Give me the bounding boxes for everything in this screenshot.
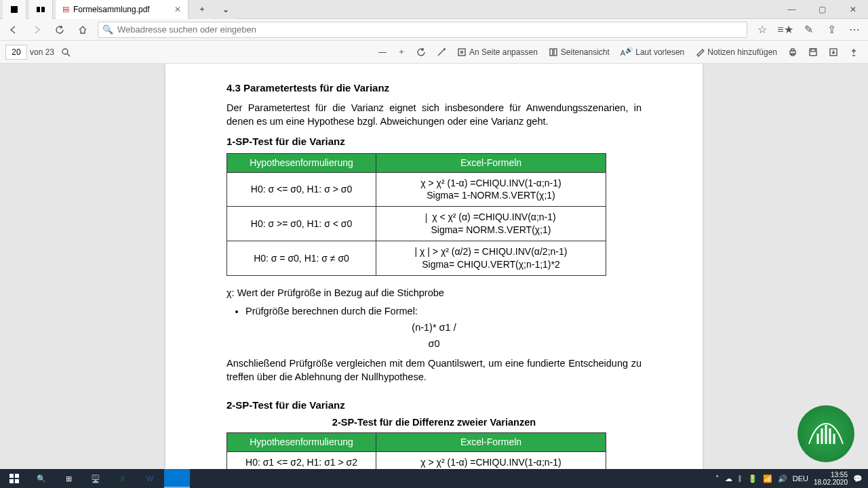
taskbar-app-excel[interactable]: X xyxy=(110,469,136,488)
pdf-viewer[interactable]: 4.3 Parametertests für die Varianz Der P… xyxy=(0,64,868,469)
zoom-in-button[interactable]: ＋ xyxy=(393,43,410,60)
find-button[interactable] xyxy=(57,45,75,60)
closing-text: Anschließend Prüfgröße vergleichen mit d… xyxy=(226,357,642,384)
address-bar[interactable]: 🔍 xyxy=(98,22,747,38)
back-button[interactable] xyxy=(5,22,22,38)
svg-rect-20 xyxy=(9,479,14,483)
th-hypothesis: Hypothesenformulierung xyxy=(227,433,376,452)
page-view-label: Seitenansicht xyxy=(561,47,610,57)
formula-line-2: σ0 xyxy=(226,338,642,351)
svg-rect-6 xyxy=(554,49,557,56)
save-as-button[interactable] xyxy=(825,45,842,60)
tab-title: Formelsammlung.pdf xyxy=(73,5,150,14)
bullet-list: Prüfgröße berechnen durch die Formel: xyxy=(226,305,642,319)
cell: H0: σ1 <= σ2, H1: σ1 > σ2 xyxy=(227,451,376,469)
svg-rect-8 xyxy=(791,49,794,51)
watermark-badge xyxy=(797,405,854,462)
tray-notifications-icon[interactable]: 💬 xyxy=(853,474,863,483)
read-aloud-button[interactable]: A🔊Laut vorlesen xyxy=(616,44,688,60)
chi-note: χ: Wert der Prüfgröße in Bezug auf die S… xyxy=(226,287,642,300)
zoom-out-button[interactable]: — xyxy=(374,45,391,60)
page-number-input[interactable] xyxy=(5,45,27,60)
task-view-button[interactable]: ⊞ xyxy=(56,469,81,488)
favorites-list-button[interactable]: ≡★ xyxy=(777,22,793,38)
read-aloud-label: Laut vorlesen xyxy=(635,47,684,57)
taskbar-app-edge[interactable] xyxy=(164,469,190,488)
print-button[interactable] xyxy=(784,45,802,60)
table-row: H0: σ = σ0, H1: σ ≠ σ0 | χ | > χ² (α/2) … xyxy=(227,241,606,276)
save-button[interactable] xyxy=(804,45,822,60)
text-cursor xyxy=(426,214,427,223)
search-icon: 🔍 xyxy=(102,24,113,35)
taskbar-clock[interactable]: 13:55 18.02.2020 xyxy=(814,471,848,486)
tray-battery-icon[interactable]: 🔋 xyxy=(748,474,757,483)
tray-volume-icon[interactable]: 🔊 xyxy=(778,474,787,483)
th-excel: Excel-Formeln xyxy=(376,433,606,452)
tray-bluetooth-icon[interactable]: ᛒ xyxy=(738,474,743,483)
add-notes-label: Notizen hinzufügen xyxy=(707,47,777,57)
pin-toolbar-button[interactable] xyxy=(845,45,863,60)
cell: H0: σ <= σ0, H1: σ > σ0 xyxy=(227,172,376,207)
draw-button[interactable] xyxy=(433,45,450,60)
browser-tab-active[interactable]: ▤ Formelsammlung.pdf ✕ xyxy=(56,0,189,19)
fit-page-button[interactable]: An Seite anpassen xyxy=(453,45,542,60)
search-taskbar-button[interactable]: 🔍 xyxy=(28,469,54,488)
address-input[interactable] xyxy=(117,24,743,35)
clock-time: 13:55 xyxy=(814,471,848,479)
cell: χ > χ² (1-α) =CHIQU.INV(1-α;n-1) xyxy=(376,451,606,469)
cell: H0: σ = σ0, H1: σ ≠ σ0 xyxy=(227,241,376,276)
window-titlebar: ▤ Formelsammlung.pdf ✕ ＋ ⌄ — ▢ ✕ xyxy=(0,0,868,19)
new-tab-button[interactable]: ＋ xyxy=(191,0,213,19)
svg-rect-19 xyxy=(15,474,19,478)
clock-date: 18.02.2020 xyxy=(814,479,848,486)
tab-set-aside[interactable] xyxy=(3,0,26,19)
svg-rect-5 xyxy=(550,49,553,56)
formula-line-1: (n-1)* σ1 / xyxy=(226,321,642,335)
sp1-heading: 1-SP-Test für die Varianz xyxy=(226,135,642,148)
svg-rect-0 xyxy=(11,6,18,13)
favorite-button[interactable]: ☆ xyxy=(754,22,770,38)
svg-rect-2 xyxy=(41,7,45,12)
more-button[interactable]: ⋯ xyxy=(846,22,863,38)
table-row: H0: σ1 <= σ2, H1: σ1 > σ2 χ > χ² (1-α) =… xyxy=(227,451,606,469)
sp2-subheading: 2-SP-Test für die Differenz zweier Varia… xyxy=(226,416,642,430)
page-view-button[interactable]: Seitenansicht xyxy=(545,45,614,60)
svg-rect-1 xyxy=(37,7,40,12)
cell-line: χ < χ² (α) =CHIQU.INV(α;n-1) xyxy=(432,211,556,222)
close-tab-icon[interactable]: ✕ xyxy=(174,5,181,14)
taskbar-app-1[interactable]: 🖥️ xyxy=(83,469,108,488)
forward-button[interactable] xyxy=(28,22,45,38)
pdf-toolbar: von 23 — ＋ An Seite anpassen Seitenansic… xyxy=(0,41,868,64)
tray-wifi-icon[interactable]: 📶 xyxy=(763,474,772,483)
refresh-button[interactable] xyxy=(52,22,68,38)
tray-chevron-icon[interactable]: ˄ xyxy=(715,474,719,483)
rotate-button[interactable] xyxy=(412,45,430,60)
table-row: H0: σ >= σ0, H1: σ < σ0 χ < χ² (α) =CHIQ… xyxy=(227,207,606,241)
share-button[interactable]: ⇪ xyxy=(823,22,840,38)
tab-overflow[interactable]: ⌄ xyxy=(216,0,236,19)
tab-show-tabs[interactable] xyxy=(29,0,53,19)
cell-line: Sigma= 1-NORM.S.VERT(χ;1) xyxy=(380,189,601,202)
add-notes-button[interactable]: Notizen hinzufügen xyxy=(691,45,781,60)
window-close[interactable]: ✕ xyxy=(837,0,868,19)
window-minimize[interactable]: — xyxy=(776,0,807,19)
cell: χ < χ² (α) =CHIQU.INV(α;n-1) Sigma= NORM… xyxy=(376,207,606,241)
tray-onedrive-icon[interactable]: ☁ xyxy=(725,474,732,483)
page-count-label: von 23 xyxy=(30,47,54,57)
svg-rect-21 xyxy=(15,479,19,483)
cell-line: χ > χ² (1-α) =CHIQU.INV(1-α;n-1) xyxy=(380,177,601,190)
tray-language[interactable]: DEU xyxy=(793,474,808,483)
variance-test-table: Hypothesenformulierung Excel-Formeln H0:… xyxy=(226,153,606,276)
cell: | χ | > χ² (α/2) = CHIQU.INV(α/2;n-1) Si… xyxy=(376,241,606,276)
section-heading: 4.3 Parametertests für die Varianz xyxy=(226,81,642,95)
th-hypothesis: Hypothesenformulierung xyxy=(227,153,376,172)
taskbar-app-word[interactable]: W xyxy=(137,469,163,488)
home-button[interactable] xyxy=(75,22,91,38)
windows-taskbar: 🔍 ⊞ 🖥️ X W ˄ ☁ ᛒ 🔋 📶 🔊 DEU 13:55 18.02.2… xyxy=(0,469,868,488)
variance-test-table-2: Hypothesenformulierung Excel-Formeln H0:… xyxy=(226,432,606,469)
window-maximize[interactable]: ▢ xyxy=(807,0,837,19)
start-button[interactable] xyxy=(1,469,27,488)
th-excel: Excel-Formeln xyxy=(376,153,606,172)
reading-list-button[interactable]: ✎ xyxy=(800,22,816,38)
fit-page-label: An Seite anpassen xyxy=(469,47,538,57)
